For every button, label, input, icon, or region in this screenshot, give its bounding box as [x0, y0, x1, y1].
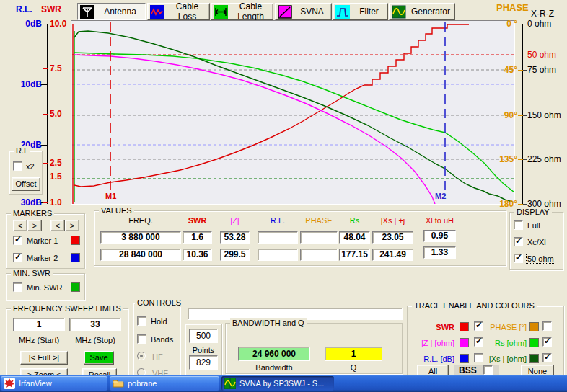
ohm-axis-tick: [523, 204, 527, 205]
swr-tick-label: 1.5: [50, 172, 62, 182]
points-count-box[interactable]: 829: [189, 355, 218, 370]
hf-radio[interactable]: [137, 352, 146, 360]
antenna-icon: [80, 5, 94, 19]
swr-tick-label: 7.5: [50, 63, 62, 74]
sweep-stop-label: MHz (Stop): [68, 336, 123, 344]
bss-checkbox[interactable]: [483, 365, 493, 375]
trace-|Xs| [ohm]: [74, 31, 514, 202]
trace-phase-checkbox[interactable]: [542, 321, 552, 331]
bandwidth-group-title: BANDWIDTH and Q: [230, 318, 307, 327]
plot-canvas[interactable]: [71, 21, 514, 204]
marker1-checkbox[interactable]: [13, 236, 22, 245]
phase-tick-label: 135°: [493, 154, 517, 164]
plot-area[interactable]: [71, 20, 515, 205]
irfanview-icon: [4, 378, 15, 389]
svna-app-icon: [224, 378, 236, 389]
marker2-checkbox[interactable]: [13, 253, 22, 262]
trace-z-label: |Z | [ohm]: [408, 339, 454, 347]
trace-xs-swatch[interactable]: [529, 354, 539, 363]
marker1-xs-field[interactable]: 23.05: [372, 231, 413, 244]
sweep-stop-input[interactable]: 33: [69, 318, 121, 331]
filter-mode-button[interactable]: Filter: [333, 3, 388, 20]
right-axis-line: [522, 24, 523, 204]
rl-x2-label: x2: [26, 162, 35, 171]
ohm-axis-tick: [523, 115, 527, 116]
ohm-axis-tick: [523, 159, 527, 160]
marker1-prev-button[interactable]: <: [13, 220, 27, 231]
ohm-axis-tick: [523, 70, 527, 71]
taskbar-button-svna[interactable]: SVNA by SP3SWJ - S...: [221, 376, 334, 391]
swr-axis-tick: [43, 177, 48, 177]
trace-phase-swatch[interactable]: [529, 322, 539, 331]
trace-rs-checkbox[interactable]: [542, 337, 552, 347]
marker1-z-field[interactable]: 53.28: [220, 231, 250, 244]
rl-x2-checkbox[interactable]: [13, 161, 22, 171]
left-axis-tick: [41, 145, 47, 146]
ohm-tick-label: 225 ohm: [527, 154, 561, 164]
marker2-xs-field[interactable]: 241.49: [372, 249, 413, 261]
svna-icon: [278, 5, 292, 19]
trace-rl-swatch[interactable]: [460, 354, 469, 363]
display-group-title: DISPLAY: [514, 208, 552, 216]
cable-length-icon: [214, 5, 228, 19]
display-50ohm-label: 50 ohm: [527, 254, 555, 263]
marker2-rs-field[interactable]: 177.15: [339, 249, 370, 261]
rl-db-tick-label: 30dB: [1, 197, 42, 208]
hold-checkbox[interactable]: [137, 316, 146, 326]
marker2-z-field[interactable]: 299.5: [220, 249, 250, 261]
svna-mode-button[interactable]: SVNA: [275, 3, 332, 20]
trace-swr-swatch[interactable]: [460, 322, 469, 331]
trace-z-swatch[interactable]: [460, 338, 469, 347]
ohm-axis-tick: [523, 55, 527, 55]
min-swr-group-title: MIN. SWR: [11, 269, 53, 277]
marker1-phase-field[interactable]: [300, 231, 338, 244]
marker2-rl-field[interactable]: [258, 249, 298, 261]
marker1-rl-field[interactable]: [258, 231, 298, 244]
marker2-colour-swatch[interactable]: [71, 253, 80, 262]
cable-loss-icon: [150, 5, 164, 19]
display-full-checkbox[interactable]: [514, 220, 523, 230]
marker1-xl-field[interactable]: 0.95: [423, 230, 456, 242]
marker2-next-button[interactable]: >: [65, 220, 79, 231]
trace-rs-swatch[interactable]: [529, 338, 539, 347]
points-value-box[interactable]: 500: [189, 329, 218, 343]
taskbar-button-irfanview[interactable]: IrfanView: [1, 376, 107, 391]
marker1-next-button[interactable]: >: [27, 220, 42, 231]
marker1-rs-field[interactable]: 48.04: [339, 231, 370, 244]
display-xcxl-checkbox[interactable]: [514, 237, 523, 246]
marker1-colour-swatch[interactable]: [71, 236, 80, 245]
sweep-start-input[interactable]: 1: [13, 318, 65, 331]
q-label: Q: [325, 363, 382, 372]
sweep-full-button[interactable]: |< Full >|: [20, 351, 68, 365]
min-swr-colour-swatch[interactable]: [71, 282, 80, 292]
trace-enable-group-title: TRACE ENABLE AND COLOURS: [412, 301, 537, 310]
marker2-swr-field[interactable]: 10.36: [183, 249, 212, 261]
generator-mode-button[interactable]: Generator: [389, 3, 455, 20]
rl-offset-button[interactable]: Offset: [12, 177, 40, 191]
antenna-mode-button[interactable]: Antenna: [77, 3, 146, 20]
trace-xs-label: |Xs | [ohm]: [480, 355, 527, 363]
marker2-phase-field[interactable]: [300, 249, 338, 261]
display-50ohm-checkbox[interactable]: [514, 254, 523, 263]
min-swr-checkbox[interactable]: [13, 282, 22, 292]
trace-xs-checkbox[interactable]: [542, 353, 552, 362]
phase-tick-label: 90°: [493, 110, 517, 120]
bandwidth-value-field[interactable]: 24 960 000: [238, 347, 310, 361]
q-value-field[interactable]: 1: [325, 347, 382, 361]
marker1-swr-field[interactable]: 1.6: [183, 231, 212, 244]
filter-icon: [335, 5, 350, 19]
marker2-freq-field[interactable]: 28 840 000: [100, 249, 181, 261]
marker2-xl-field[interactable]: 1.33: [423, 246, 456, 259]
bands-checkbox[interactable]: [137, 334, 146, 344]
sweep-save-button[interactable]: Save: [84, 351, 114, 365]
marker2-flag-label: M2: [435, 192, 446, 200]
trace-swr-checkbox[interactable]: [474, 321, 483, 331]
trace-swr-label: SWR: [408, 323, 454, 331]
phase-axis-title: PHASE: [496, 2, 529, 13]
marker2-prev-button[interactable]: <: [50, 220, 65, 231]
trace-z-checkbox[interactable]: [474, 337, 483, 347]
cable-length-mode-button[interactable]: Cable Length: [211, 3, 273, 20]
taskbar-button-pobrane[interactable]: pobrane: [110, 376, 219, 391]
cable-loss-mode-button[interactable]: Cable Loss: [147, 3, 210, 20]
marker1-freq-field[interactable]: 3 880 000: [100, 231, 181, 244]
